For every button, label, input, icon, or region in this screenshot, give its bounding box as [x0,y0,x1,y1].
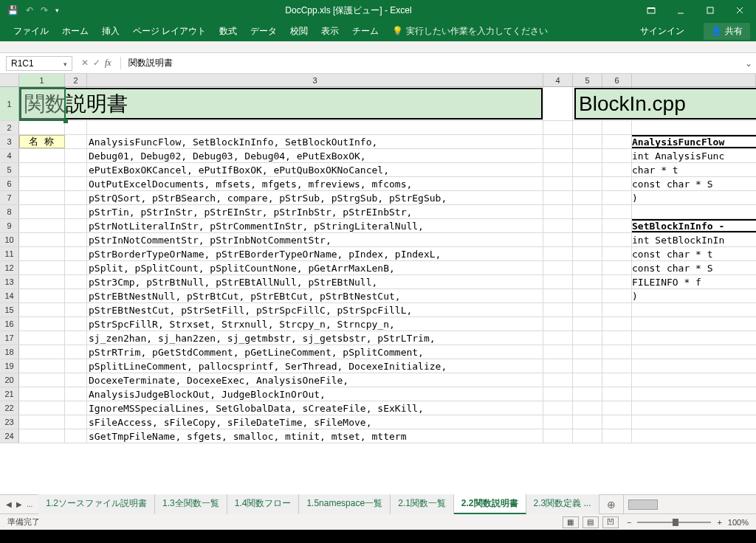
cell[interactable] [543,275,573,288]
cell[interactable] [19,177,65,190]
cell[interactable] [19,303,65,317]
cell[interactable] [573,135,602,148]
cell[interactable] [65,415,87,429]
sign-in[interactable]: サインイン [640,25,684,38]
cell[interactable]: AnalysisFuncFlow [632,135,756,148]
cell[interactable] [19,317,65,331]
cell[interactable] [19,429,65,443]
cell[interactable] [65,289,87,302]
cell[interactable]: char * t [632,163,756,176]
cell[interactable]: const char * S [632,261,756,274]
cell[interactable] [632,317,756,331]
cell[interactable] [65,317,87,331]
cell[interactable] [602,177,632,190]
cell[interactable]: pStrNotLiteralInStr, pStrCommentInStr, p… [87,219,543,232]
cell[interactable] [543,191,573,204]
sheet-tab[interactable]: 1.5namespace一覧 [299,494,391,514]
cell[interactable] [65,191,87,204]
save-icon[interactable]: 💾 [7,5,18,15]
cell[interactable]: ) [632,289,756,302]
tab-review[interactable]: 校閲 [290,25,308,38]
cell[interactable] [65,429,87,443]
col-header[interactable]: 2 [65,74,87,86]
cell[interactable] [602,149,632,162]
cell[interactable] [19,331,65,345]
cell[interactable]: pStrRTrim, pGetStdComment, pGetLineComme… [87,345,543,359]
name-box-dropdown-icon[interactable] [63,58,67,69]
cell[interactable] [543,163,573,176]
cell[interactable] [602,373,632,387]
cell[interactable] [543,345,573,359]
cell[interactable] [573,373,602,387]
sheet-nav-more-icon[interactable]: ... [27,500,32,508]
add-sheet-button[interactable]: ⊕ [599,499,623,511]
cell[interactable] [19,261,65,274]
cell[interactable] [87,121,543,134]
row-header[interactable]: 21 [0,387,19,401]
cell[interactable] [543,135,573,148]
cell[interactable] [19,415,65,429]
sheet-tab[interactable]: 1.3全関数一覧 [155,494,227,514]
cell[interactable] [65,219,87,232]
cell[interactable] [573,303,602,317]
tab-formulas[interactable]: 数式 [219,25,237,38]
cell[interactable] [602,429,632,443]
cell[interactable]: sj_zen2han, sj_han2zen, sj_getmbstr, sj_… [87,331,543,345]
cell[interactable] [632,121,756,134]
cell[interactable]: pStrEBtNestCut, pStrSetFill, pStrSpcFill… [87,303,543,317]
tab-file[interactable]: ファイル [13,25,49,38]
cell[interactable] [19,163,65,176]
cell[interactable] [543,303,573,317]
cell[interactable] [602,289,632,302]
page-layout-view-icon[interactable]: ▤ [583,516,599,528]
cell[interactable]: pStrEBtNestNull, pStrBtCut, pStrEBtCut, … [87,289,543,302]
close-button[interactable] [726,2,753,18]
cell[interactable]: 名 称 [19,135,65,148]
cell[interactable] [19,121,65,134]
cell[interactable] [19,387,65,401]
cell[interactable] [19,359,65,373]
cell[interactable] [602,331,632,345]
cell[interactable] [543,247,573,260]
cell[interactable] [543,331,573,345]
cell[interactable] [543,415,573,429]
row-header[interactable]: 3 [0,135,19,148]
sheet-tab[interactable]: 1.4関数フロー [227,494,300,514]
cell[interactable] [543,429,573,443]
cell[interactable] [543,289,573,302]
row-header[interactable]: 19 [0,359,19,373]
cell[interactable] [573,275,602,288]
cell[interactable] [573,191,602,204]
cell[interactable]: sGetTmpFileName, sfgets, smalloc, mtinit… [87,429,543,443]
sheet-tab[interactable]: 2.3関数定義 ... [526,494,599,514]
cell[interactable] [543,401,573,415]
enter-icon[interactable]: ✓ [93,58,100,69]
row-header[interactable]: 15 [0,303,19,317]
row-header[interactable]: 5 [0,163,19,176]
cell[interactable] [632,401,756,415]
cell[interactable]: int SetBlockInIn [632,233,756,246]
col-header[interactable] [632,74,756,86]
cell[interactable]: IgnoreMSSpecialLines, SetGlobalData, sCr… [87,401,543,415]
spreadsheet-grid[interactable]: 1 2 3 4 5 6 123名 称AnalysisFuncFlow, SetB… [0,74,756,494]
cell[interactable] [602,401,632,415]
cell[interactable]: AnalysisJudgeBlockOut, JudgeBlockInOrOut… [87,387,543,401]
cell[interactable] [65,261,87,274]
cell[interactable] [543,121,573,134]
cell[interactable] [632,331,756,345]
zoom-slider[interactable] [637,522,711,523]
sheet-tab[interactable]: 2.1関数一覧 [391,494,454,514]
tab-view[interactable]: 表示 [321,25,339,38]
cell[interactable] [602,205,632,218]
cell[interactable] [602,275,632,288]
cell[interactable] [602,219,632,232]
cell[interactable] [602,359,632,373]
tab-team[interactable]: チーム [352,25,379,38]
row-header[interactable]: 1 [0,87,19,120]
cell[interactable] [602,163,632,176]
cell[interactable] [543,177,573,190]
row-header[interactable]: 17 [0,331,19,345]
maximize-button[interactable] [697,2,724,18]
row-header[interactable]: 10 [0,233,19,246]
cell[interactable]: pStrTin, pStrInStr, pStrEInStr, pStrInbS… [87,205,543,218]
